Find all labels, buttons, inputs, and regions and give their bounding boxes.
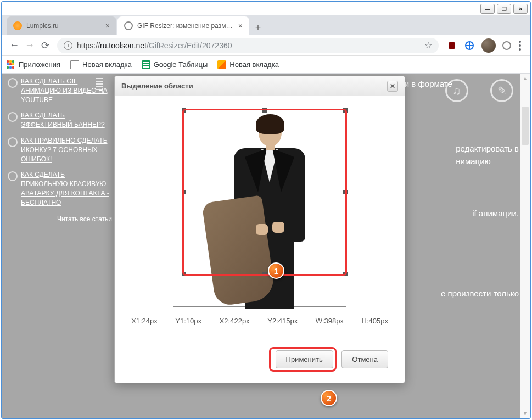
browser-tab-gifresizer[interactable]: GIF Resizer: изменение размера × <box>117 16 249 35</box>
tab-title: Lumpics.ru <box>26 22 101 30</box>
coord-y1: Y1:10px <box>175 317 201 325</box>
coord-w: W:398px <box>316 317 344 325</box>
url-path: /GifResizer/Edit/2072360 <box>147 41 232 50</box>
crop-dialog: Выделение области ✕ <box>114 76 405 383</box>
tab-title: GIF Resizer: изменение размера <box>137 22 234 30</box>
cancel-button[interactable]: Отмена <box>341 350 388 368</box>
crop-canvas[interactable] <box>173 105 346 307</box>
bookmarks-bar: Приложения Новая вкладка Google Таблицы … <box>2 56 530 74</box>
extension-globe-icon[interactable] <box>464 40 475 51</box>
nav-back-button[interactable]: ← <box>7 38 22 53</box>
resize-handle[interactable] <box>343 190 348 194</box>
new-tab-button[interactable]: + <box>250 20 266 35</box>
coord-x2: X2:422px <box>220 317 250 325</box>
resize-handle[interactable] <box>262 108 267 113</box>
resize-handle[interactable] <box>343 108 348 113</box>
resize-handle[interactable] <box>262 272 267 276</box>
url-host: ru.toolson.net <box>100 41 147 50</box>
crop-coordinates: X1:24px Y1:10px X2:422px Y2:415px W:398p… <box>131 317 388 325</box>
dialog-close-button[interactable]: ✕ <box>387 81 398 92</box>
bookmark-star-icon[interactable]: ☆ <box>424 40 432 51</box>
url-text: https://ru.toolson.net/GifResizer/Edit/2… <box>77 41 424 50</box>
bookmark-label: Новая вкладка <box>229 60 279 69</box>
favicon-lumpics-icon <box>13 21 22 30</box>
dialog-buttons: Применить Отмена <box>131 347 388 372</box>
bookmark-label: Новая вкладка <box>82 60 132 69</box>
apply-button[interactable]: Применить <box>276 350 333 368</box>
site-info-icon[interactable]: i <box>64 41 72 50</box>
apps-grid-icon <box>7 60 15 69</box>
bookmark-item[interactable]: Новая вкладка <box>217 60 279 69</box>
browser-toolbar: ← → ⟳ i https://ru.toolson.net/GifResize… <box>2 35 530 56</box>
browser-tabstrip: Lumpics.ru × GIF Resizer: изменение разм… <box>2 15 530 35</box>
favicon-toolson-icon <box>124 21 133 30</box>
picture-icon <box>217 60 226 69</box>
url-scheme: https:// <box>77 41 100 50</box>
resize-handle[interactable] <box>182 108 186 113</box>
extension-circle-icon[interactable] <box>502 41 511 50</box>
annotation-badge-1: 1 <box>268 262 284 279</box>
crop-selection[interactable] <box>183 110 346 275</box>
dialog-titlebar: Выделение области ✕ <box>115 76 405 96</box>
bookmark-label: Google Таблицы <box>154 60 208 69</box>
bookmark-label: Приложения <box>19 60 60 69</box>
sheets-icon <box>142 60 150 69</box>
resize-handle[interactable] <box>182 272 186 276</box>
dialog-body: X1:24px Y1:10px X2:422px Y2:415px W:398p… <box>115 96 405 383</box>
coord-x1: X1:24px <box>131 317 158 325</box>
browser-menu-button[interactable] <box>514 41 525 51</box>
bookmark-apps[interactable]: Приложения <box>7 60 60 69</box>
resize-handle[interactable] <box>343 272 348 276</box>
dialog-title: Выделение области <box>121 82 193 90</box>
extension-ublock-icon[interactable] <box>446 40 457 51</box>
bookmark-item[interactable]: Новая вкладка <box>70 60 132 69</box>
resize-handle[interactable] <box>182 190 186 194</box>
nav-forward-button[interactable]: → <box>22 38 37 53</box>
annotation-badge-2: 2 <box>321 390 337 406</box>
window-minimize-button[interactable]: — <box>480 4 495 14</box>
address-bar[interactable]: i https://ru.toolson.net/GifResizer/Edit… <box>57 38 439 53</box>
profile-avatar[interactable] <box>481 38 496 53</box>
window-titlebar: — ❐ ✕ <box>2 2 530 15</box>
tab-close-icon[interactable]: × <box>238 21 243 30</box>
window-maximize-button[interactable]: ❐ <box>497 4 511 14</box>
document-icon <box>70 60 79 69</box>
nav-reload-button[interactable]: ⟳ <box>37 38 53 53</box>
window-close-button[interactable]: ✕ <box>513 4 528 14</box>
tab-close-icon[interactable]: × <box>105 21 110 30</box>
coord-y2: Y2:415px <box>267 317 298 325</box>
page-content: КАК СДЕЛАТЬ GIF АНИМАЦИЮ ИЗ ВИДЕО НА YOU… <box>2 74 530 418</box>
browser-tab-lumpics[interactable]: Lumpics.ru × <box>7 16 116 35</box>
coord-h: H:405px <box>362 317 388 325</box>
bookmark-item[interactable]: Google Таблицы <box>142 60 208 69</box>
annotation-highlight: Применить <box>269 347 337 372</box>
